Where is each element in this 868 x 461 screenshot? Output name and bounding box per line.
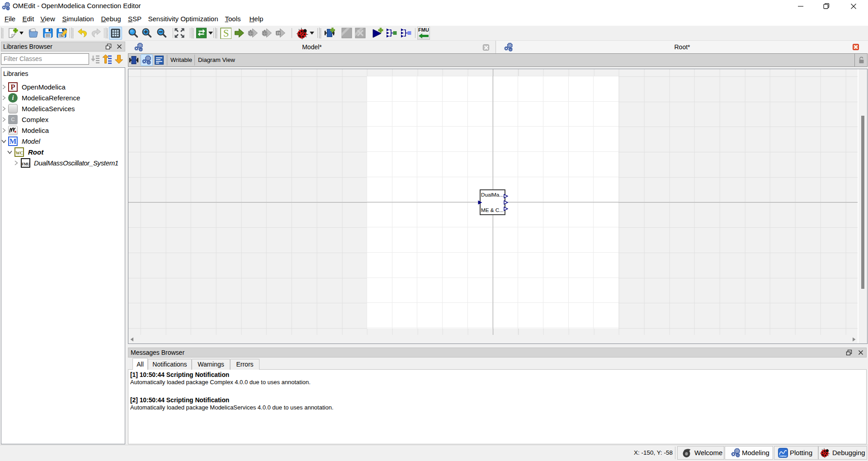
svg-text:S: S [223,28,229,39]
svg-text:OMPlot: OMPlot [780,455,786,457]
